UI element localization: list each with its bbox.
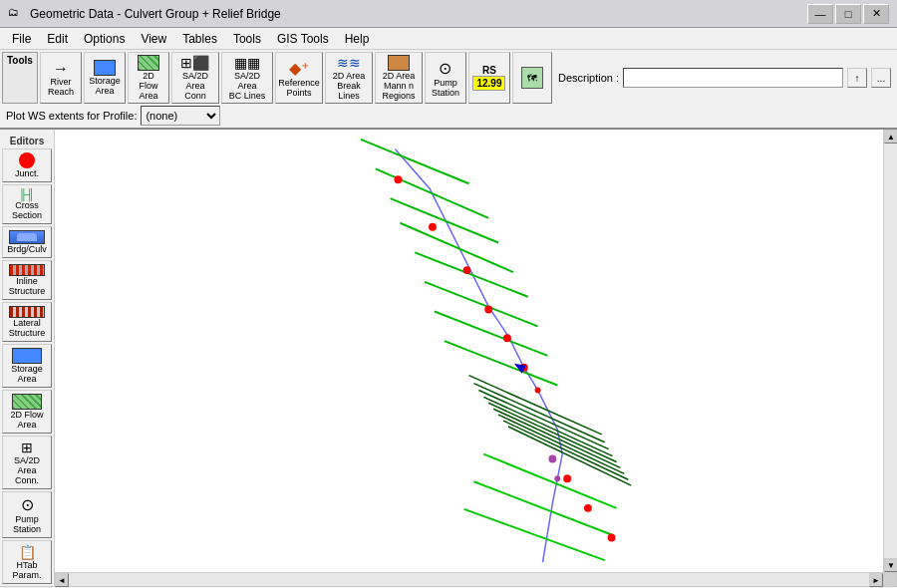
- pump-station-icon: ⊙: [439, 59, 451, 78]
- toolbar-sa-2d-bc[interactable]: ▦▦ SA/2D AreaBC Lines: [221, 52, 273, 104]
- app-icon: 🗂: [8, 6, 24, 22]
- storage-area-icon: [94, 60, 116, 76]
- sa-2d-bc-label: SA/2D AreaBC Lines: [226, 71, 268, 101]
- description-input[interactable]: [623, 68, 843, 88]
- sidebar-2d-flow-area[interactable]: 2D FlowArea: [2, 390, 52, 434]
- sa-2d-conn-label: SA/2D AreaConn: [176, 71, 214, 101]
- toolbar-ref-points[interactable]: ◆⁺ ReferencePoints: [275, 52, 323, 104]
- inline-structure-icon: [9, 264, 45, 276]
- sidebar-storage-area[interactable]: StorageArea: [2, 344, 52, 388]
- pump-station-sidebar-icon: ⊙: [21, 495, 34, 514]
- menu-edit[interactable]: Edit: [39, 30, 76, 48]
- mann-regions-icon: [388, 55, 410, 71]
- storage-area-label: StorageArea: [89, 76, 121, 96]
- title-bar-buttons: — □ ✕: [807, 4, 889, 24]
- cross-section-icon: ╟╢: [19, 188, 35, 200]
- svg-point-23: [463, 266, 471, 274]
- description-label: Description :: [558, 72, 619, 84]
- river-reach-label: RiverReach: [48, 78, 74, 98]
- toolbar-mann-regions[interactable]: 2D AreaMann nRegions: [375, 52, 423, 104]
- toolbar-2d-flow-area[interactable]: 2D FlowArea: [128, 52, 169, 104]
- menu-help[interactable]: Help: [337, 30, 378, 48]
- sidebar-htab-param[interactable]: 📋 HTabParam.: [2, 540, 52, 584]
- sidebar: Editors Junct. ╟╢ CrossSection Brdg/Culv…: [0, 130, 55, 586]
- scroll-v-track[interactable]: [884, 144, 897, 558]
- toolbar-rs[interactable]: RS 12.99: [468, 52, 510, 104]
- minimize-button[interactable]: —: [807, 4, 833, 24]
- scroll-right-button[interactable]: ►: [869, 573, 883, 587]
- toolbar: Tools → RiverReach StorageArea 2D FlowAr…: [0, 50, 897, 130]
- sidebar-sa-2d-conn[interactable]: ⊞ SA/2D AreaConn.: [2, 436, 52, 489]
- description-area: Description : ↑ ...: [554, 52, 895, 104]
- menu-tables[interactable]: Tables: [174, 30, 225, 48]
- scroll-h-track[interactable]: [69, 573, 869, 586]
- junct-label: Junct.: [15, 168, 39, 178]
- ref-points-icon: ◆⁺: [289, 59, 309, 78]
- sidebar-inline-structure[interactable]: InlineStructure: [2, 260, 52, 300]
- svg-point-22: [429, 223, 437, 231]
- profile-label: Plot WS extents for Profile:: [6, 110, 137, 122]
- 2d-flow-sidebar-label: 2D FlowArea: [10, 410, 43, 430]
- maximize-button[interactable]: □: [835, 4, 861, 24]
- main-layout: Editors Junct. ╟╢ CrossSection Brdg/Culv…: [0, 130, 897, 586]
- drawing-canvas[interactable]: [55, 130, 883, 572]
- scroll-down-button[interactable]: ▼: [884, 558, 897, 572]
- sidebar-brdg-culv[interactable]: Brdg/Culv: [2, 226, 52, 258]
- storage-area-sidebar-label: StorageArea: [11, 364, 43, 384]
- sidebar-junct[interactable]: Junct.: [2, 148, 52, 182]
- toolbar-2d-break-lines[interactable]: ≋≋ 2D AreaBreak Lines: [325, 52, 373, 104]
- horizontal-scrollbar-area: ◄ ►: [55, 572, 897, 586]
- horizontal-scrollbar[interactable]: ◄ ►: [55, 573, 883, 586]
- 2d-flow-sidebar-icon: [12, 394, 42, 410]
- scroll-left-button[interactable]: ◄: [55, 573, 69, 587]
- svg-point-33: [554, 475, 560, 481]
- sa-2d-bc-icon: ▦▦: [234, 55, 260, 71]
- editors-label: Editors: [10, 136, 44, 147]
- svg-point-27: [535, 388, 541, 394]
- description-dots-button[interactable]: ...: [871, 68, 891, 88]
- menu-gis-tools[interactable]: GIS Tools: [269, 30, 337, 48]
- sidebar-lateral-structure[interactable]: LateralStructure: [2, 302, 52, 342]
- map-icon: 🗺: [521, 67, 543, 89]
- sidebar-cross-section[interactable]: ╟╢ CrossSection: [2, 184, 52, 224]
- sidebar-pump-station[interactable]: ⊙ PumpStation: [2, 491, 52, 538]
- break-lines-icon: ≋≋: [337, 55, 361, 71]
- description-browse-button[interactable]: ↑: [847, 68, 867, 88]
- menu-options[interactable]: Options: [76, 30, 133, 48]
- vertical-scrollbar[interactable]: ▲ ▼: [883, 130, 897, 572]
- lateral-structure-label: LateralStructure: [9, 318, 46, 338]
- close-button[interactable]: ✕: [863, 4, 889, 24]
- menu-file[interactable]: File: [4, 30, 39, 48]
- tools-label: Tools: [2, 52, 38, 104]
- drawing-svg: [55, 130, 883, 572]
- brdg-culv-icon: [9, 230, 45, 244]
- toolbar-storage-area[interactable]: StorageArea: [84, 52, 126, 104]
- inline-structure-label: InlineStructure: [9, 276, 46, 296]
- mann-regions-label: 2D AreaMann nRegions: [382, 71, 415, 101]
- menu-bar: File Edit Options View Tables Tools GIS …: [0, 28, 897, 50]
- toolbar-pump-station[interactable]: ⊙ PumpStation: [425, 52, 466, 104]
- scroll-corner: [883, 573, 897, 586]
- profile-area: Plot WS extents for Profile: (none): [2, 106, 224, 126]
- toolbar-sa-2d-conn[interactable]: ⊞⬛ SA/2D AreaConn: [171, 52, 219, 104]
- scroll-up-button[interactable]: ▲: [884, 130, 897, 144]
- 2d-flow-label: 2D FlowArea: [133, 71, 164, 101]
- lateral-structure-icon: [9, 306, 45, 318]
- canvas-container: ▲ ▼ ◄ ►: [55, 130, 897, 586]
- toolbar-map[interactable]: 🗺: [512, 52, 552, 104]
- profile-select[interactable]: (none): [141, 106, 220, 126]
- toolbar-river-reach[interactable]: → RiverReach: [40, 52, 82, 104]
- svg-point-32: [548, 455, 556, 463]
- river-reach-icon: →: [53, 59, 69, 78]
- sa-2d-conn-icon: ⊞⬛: [180, 55, 209, 71]
- title-text: Geometric Data - Culvert Group + Relief …: [30, 7, 807, 21]
- brdg-culv-label: Brdg/Culv: [7, 244, 47, 254]
- cross-section-label: CrossSection: [12, 200, 42, 220]
- svg-point-29: [584, 504, 592, 512]
- svg-point-21: [395, 175, 403, 183]
- svg-point-24: [484, 306, 492, 314]
- canvas-scroll-container: ▲ ▼: [55, 130, 897, 572]
- menu-view[interactable]: View: [133, 30, 174, 48]
- menu-tools[interactable]: Tools: [225, 30, 269, 48]
- sa-2d-conn-sidebar-label: SA/2D AreaConn.: [5, 455, 49, 485]
